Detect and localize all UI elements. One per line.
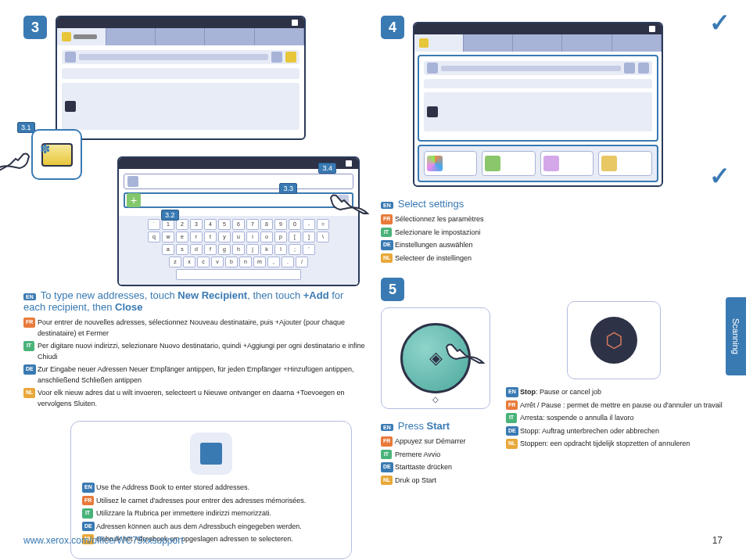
spacebar-key[interactable] — [176, 269, 301, 280]
key-`[interactable]: ` — [148, 219, 160, 230]
step5-heading: ENPress Start — [381, 420, 490, 432]
key-a[interactable]: a — [162, 244, 174, 255]
check-icon-2: ✓ — [709, 161, 730, 191]
step3-nl: NLVoor elk nieuw adres dat u wilt invoer… — [23, 388, 365, 409]
onscreen-keyboard[interactable]: 3.2 `1234567890-= qwertyuiop[]\ asdfghjk… — [119, 216, 358, 285]
key-8[interactable]: 8 — [260, 219, 273, 230]
hand-pointer-2 — [325, 186, 371, 225]
key-4[interactable]: 4 — [204, 219, 217, 230]
key--[interactable]: - — [303, 219, 315, 230]
key-2[interactable]: 2 — [176, 219, 188, 230]
key-3[interactable]: 3 — [190, 219, 203, 230]
key-\[interactable]: \ — [317, 232, 329, 242]
section-tab-scanning: Scanning — [726, 297, 746, 375]
key-[[interactable]: [ — [289, 232, 301, 242]
key-x[interactable]: x — [183, 257, 195, 267]
key-d[interactable]: d — [190, 244, 203, 255]
step-number-3: 3 — [23, 16, 47, 39]
stop-button-box — [567, 301, 661, 379]
key-][interactable]: ] — [303, 232, 315, 242]
callout-3-2: 3.2 — [161, 210, 179, 221]
step3-it: ITPer digitare nuovi indirizzi, selezion… — [23, 341, 365, 362]
key-b[interactable]: b — [225, 257, 238, 267]
key-k[interactable]: k — [260, 244, 273, 255]
type-icon — [543, 156, 559, 171]
setting-card-type[interactable] — [540, 151, 594, 176]
setting-card-color[interactable] — [424, 151, 478, 176]
key-q[interactable]: q — [148, 232, 160, 242]
preset-icon — [601, 156, 617, 171]
scan-panel-1 — [56, 16, 306, 140]
footer-url[interactable]: www.xerox.com/office/WC75xxsupport — [23, 535, 184, 546]
addressbook-icon — [200, 443, 222, 465]
key-v[interactable]: v — [211, 257, 224, 267]
key-j[interactable]: j — [246, 244, 259, 255]
key-.[interactable]: . — [282, 257, 294, 267]
key-7[interactable]: 7 — [246, 219, 259, 230]
key-0[interactable]: 0 — [289, 219, 301, 230]
stop-button[interactable] — [590, 317, 637, 364]
page-number: 17 — [712, 535, 723, 546]
step3-fr: FRPour entrer de nouvelles adresses, sél… — [23, 318, 365, 339]
key-6[interactable]: 6 — [232, 219, 245, 230]
key-/[interactable]: / — [296, 257, 308, 267]
key-t[interactable]: t — [204, 232, 217, 242]
settings-panel — [413, 22, 663, 187]
step3-de: DEZur Eingabe neuer Adressen Neuer Empfä… — [23, 364, 365, 386]
key-e[interactable]: e — [176, 232, 188, 242]
setting-card-sides[interactable] — [482, 151, 536, 176]
key-u[interactable]: u — [232, 232, 245, 242]
key-y[interactable]: y — [218, 232, 231, 242]
key-1[interactable]: 1 — [162, 219, 174, 230]
hand-pointer-1 — [0, 145, 35, 184]
recipient-input[interactable] — [124, 174, 353, 189]
key-c[interactable]: c — [197, 257, 210, 267]
key-9[interactable]: 9 — [274, 219, 287, 230]
start-button-box: ◇ — [381, 307, 490, 409]
key-z[interactable]: z — [169, 257, 181, 267]
key-g[interactable]: g — [218, 244, 231, 255]
key-;[interactable]: ; — [289, 244, 301, 255]
key-l[interactable]: l — [274, 244, 287, 255]
key-o[interactable]: o — [260, 232, 273, 242]
hand-pointer-3 — [440, 336, 487, 375]
key-r[interactable]: r — [190, 232, 203, 242]
callout-3-3: 3.3 — [279, 183, 297, 194]
sides-icon — [485, 156, 500, 171]
new-recipient-popup[interactable] — [31, 129, 82, 180]
add-button[interactable]: + — [127, 193, 141, 207]
color-icon — [427, 156, 443, 171]
new-recipient-icon — [41, 143, 73, 167]
key-h[interactable]: h — [232, 244, 245, 255]
key-i[interactable]: i — [246, 232, 259, 242]
key-,[interactable]: , — [267, 257, 280, 267]
step-number-4: 4 — [381, 16, 404, 39]
tab-main-icon — [62, 32, 71, 41]
key-s[interactable]: s — [176, 244, 188, 255]
key-5[interactable]: 5 — [218, 219, 231, 230]
key-n[interactable]: n — [239, 257, 252, 267]
step-number-5: 5 — [381, 278, 404, 301]
key-'[interactable]: ' — [303, 244, 315, 255]
key-w[interactable]: w — [162, 232, 174, 242]
step4-heading: ENSelect settings — [381, 198, 723, 210]
keyboard-panel: 3.4 + 3.3 3.2 `1234567890-= qwertyuiop[]… — [117, 156, 360, 286]
step3-heading: ENTo type new addresses, touch New Recip… — [23, 289, 365, 313]
add-field[interactable]: + — [124, 192, 353, 208]
key-p[interactable]: p — [274, 232, 287, 242]
check-icon-1: ✓ — [709, 8, 730, 38]
setting-card-preset[interactable] — [598, 151, 652, 176]
key-f[interactable]: f — [204, 244, 217, 255]
callout-3-4: 3.4 — [318, 163, 336, 174]
key-m[interactable]: m — [253, 257, 266, 267]
